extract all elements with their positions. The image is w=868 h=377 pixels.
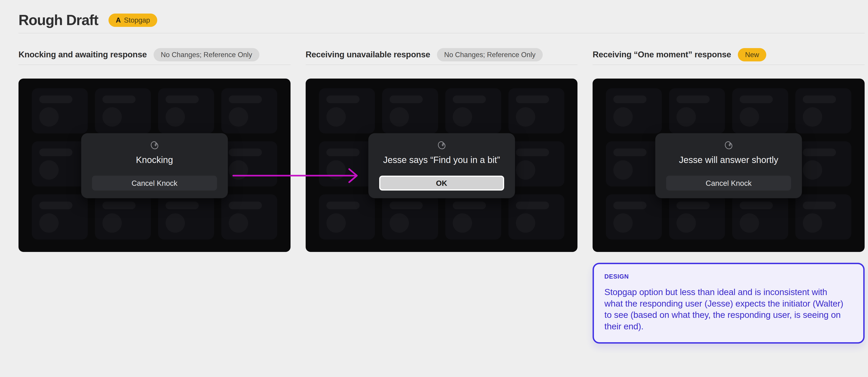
avatar-placeholder (516, 213, 535, 233)
avatar-placeholder (390, 213, 409, 233)
avatar-placeholder (39, 213, 59, 233)
participant-tile-skeleton (606, 194, 662, 239)
avatar-placeholder (516, 160, 535, 180)
column-divider (306, 64, 578, 65)
name-bar-placeholder (327, 95, 360, 103)
design-doc-page: Rough Draft A Stopgap Knocking and await… (0, 0, 868, 344)
knock-fist-icon (148, 140, 161, 152)
participant-tile-skeleton (95, 194, 151, 239)
column-knocking: Knocking and awaiting response No Change… (19, 48, 290, 344)
column-divider (593, 64, 865, 65)
call-grid-mockup: Jesse says “Find you in a bit” OK (306, 79, 578, 252)
stopgap-badge-label: Stopgap (124, 17, 150, 24)
name-bar-placeholder (677, 95, 710, 103)
cancel-knock-button[interactable]: Cancel Knock (92, 176, 217, 191)
flow-columns: Knocking and awaiting response No Change… (19, 48, 865, 344)
participant-tile-skeleton (95, 88, 151, 134)
name-bar-placeholder (613, 149, 647, 156)
participant-tile-skeleton (221, 194, 277, 239)
participant-tile-skeleton (319, 194, 375, 239)
name-bar-placeholder (677, 202, 710, 209)
participant-tile-skeleton (445, 88, 501, 134)
column-header-row: Knocking and awaiting response No Change… (19, 48, 290, 61)
avatar-placeholder (613, 107, 633, 127)
avatar-placeholder (677, 213, 696, 233)
column-header-row: Receiving unavailable response No Change… (306, 48, 578, 61)
avatar-placeholder (677, 107, 696, 127)
avatar-placeholder (102, 107, 122, 127)
column-header-row: Receiving “One moment” response New (593, 48, 865, 61)
stopgap-badge-prefix: A (116, 17, 121, 24)
avatar-placeholder (613, 213, 633, 233)
participant-tile-skeleton (606, 141, 662, 186)
participant-tile-skeleton (795, 194, 851, 239)
name-bar-placeholder (740, 202, 773, 209)
name-bar-placeholder (229, 95, 262, 103)
avatar-placeholder (39, 107, 59, 127)
page-header: Rough Draft A Stopgap (19, 12, 865, 28)
avatar-placeholder (165, 107, 185, 127)
name-bar-placeholder (453, 95, 486, 103)
knock-fist-icon (436, 140, 448, 152)
design-note-text: Stopgap option but less than ideal and i… (604, 287, 847, 332)
call-grid-mockup: Knocking Cancel Knock (19, 79, 290, 252)
participant-tile-skeleton (669, 88, 725, 134)
avatar-placeholder (740, 213, 759, 233)
avatar-placeholder (102, 213, 122, 233)
column-one-moment: Receiving “One moment” response New Jess… (593, 48, 865, 344)
name-bar-placeholder (39, 202, 72, 209)
participant-tile-skeleton (382, 88, 438, 134)
cancel-knock-button[interactable]: Cancel Knock (666, 176, 791, 191)
name-bar-placeholder (165, 202, 199, 209)
participant-tile-skeleton (795, 141, 851, 186)
name-bar-placeholder (803, 202, 836, 209)
participant-tile-skeleton (795, 88, 851, 134)
name-bar-placeholder (516, 202, 549, 209)
name-bar-placeholder (102, 202, 135, 209)
column-unavailable: Receiving unavailable response No Change… (306, 48, 578, 344)
participant-tile-skeleton (32, 194, 88, 239)
participant-tile-skeleton (158, 194, 214, 239)
dialog-title: Knocking (136, 155, 173, 165)
no-changes-badge: No Changes; Reference Only (154, 48, 259, 61)
avatar-placeholder (453, 107, 472, 127)
ok-button[interactable]: OK (379, 176, 504, 191)
name-bar-placeholder (229, 202, 262, 209)
new-badge: New (738, 48, 766, 61)
avatar-placeholder (165, 213, 185, 233)
participant-tile-skeleton (669, 194, 725, 239)
call-grid-mockup: Jesse will answer shortly Cancel Knock (593, 79, 865, 252)
name-bar-placeholder (390, 202, 423, 209)
participant-tile-skeleton (319, 88, 375, 134)
name-bar-placeholder (39, 95, 72, 103)
participant-tile-skeleton (508, 194, 564, 239)
column-divider (19, 64, 290, 65)
avatar-placeholder (327, 160, 346, 180)
participant-tile-skeleton (732, 194, 788, 239)
avatar-placeholder (327, 107, 346, 127)
name-bar-placeholder (803, 149, 836, 156)
page-title: Rough Draft (19, 12, 98, 28)
dialog-title: Jesse will answer shortly (679, 155, 778, 165)
name-bar-placeholder (39, 149, 72, 156)
name-bar-placeholder (453, 202, 486, 209)
name-bar-placeholder (803, 95, 836, 103)
participant-tile-skeleton (221, 141, 277, 186)
column-title: Knocking and awaiting response (19, 50, 147, 59)
name-bar-placeholder (327, 149, 360, 156)
avatar-placeholder (803, 213, 822, 233)
column-title: Receiving “One moment” response (593, 50, 731, 59)
no-changes-badge: No Changes; Reference Only (437, 48, 543, 61)
design-note-card: DESIGN Stopgap option but less than idea… (593, 263, 865, 344)
design-note-label: DESIGN (604, 273, 847, 280)
name-bar-placeholder (516, 95, 549, 103)
avatar-placeholder (613, 160, 633, 180)
name-bar-placeholder (613, 202, 647, 209)
name-bar-placeholder (327, 202, 360, 209)
participant-tile-skeleton (32, 141, 88, 186)
participant-tile-skeleton (221, 88, 277, 134)
name-bar-placeholder (516, 149, 549, 156)
name-bar-placeholder (613, 95, 647, 103)
participant-tile-skeleton (158, 88, 214, 134)
name-bar-placeholder (740, 95, 773, 103)
